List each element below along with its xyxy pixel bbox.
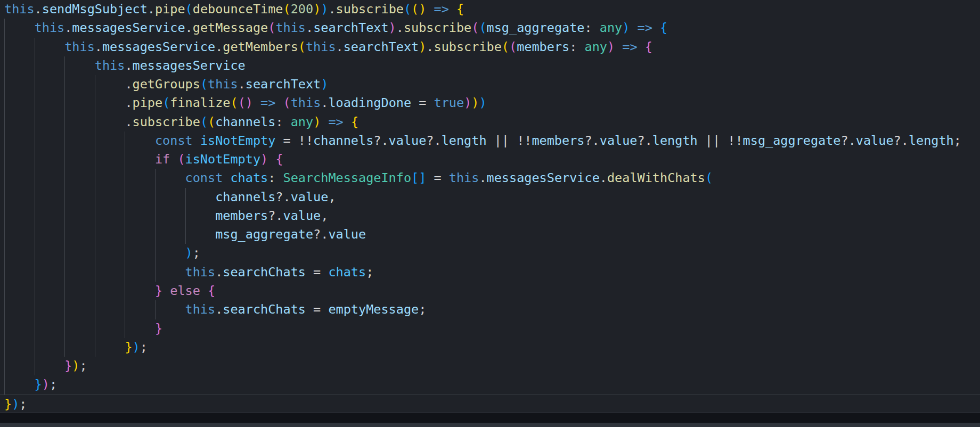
- code-token: =: [426, 170, 448, 185]
- code-indent: [4, 39, 64, 54]
- code-token: {: [456, 2, 464, 17]
- code-token: (: [200, 114, 208, 129]
- code-token: [193, 133, 200, 148]
- code-token: messagesService: [487, 170, 600, 185]
- code-token: (: [200, 77, 208, 92]
- code-token: searchChats: [223, 265, 306, 280]
- code-line[interactable]: this.messagesService.getMembers(this.sea…: [0, 38, 980, 56]
- code-line[interactable]: });: [0, 338, 980, 357]
- code-token: .: [215, 302, 223, 317]
- code-line[interactable]: .subscribe((channels: any) => {: [0, 113, 980, 132]
- code-token: SearchMessageInfo: [283, 170, 412, 185]
- code-token: subscribe: [133, 114, 200, 129]
- code-line[interactable]: .getGroups(this.searchText): [0, 75, 980, 94]
- code-token: .: [600, 170, 607, 185]
- code-line[interactable]: }: [0, 319, 980, 338]
- code-token: ?.: [638, 133, 652, 148]
- code-line[interactable]: msg_aggregate?.value: [0, 225, 980, 244]
- code-line[interactable]: this.searchChats = chats;: [0, 263, 980, 282]
- code-editor[interactable]: this.sendMsgSubject.pipe(debounceTime(20…: [0, 0, 980, 413]
- code-token: any: [600, 20, 622, 35]
- code-token: ): [313, 114, 321, 129]
- code-line[interactable]: this.messagesService: [0, 56, 980, 75]
- code-token: ?.: [584, 133, 599, 148]
- code-token: this: [208, 77, 238, 92]
- code-token: [630, 20, 637, 35]
- code-token: const: [185, 170, 223, 185]
- code-token: members: [532, 133, 584, 148]
- code-line[interactable]: const isNotEmpty = !!channels?.value?.le…: [0, 132, 980, 150]
- code-token: dealWithChats: [607, 170, 705, 185]
- code-token: length: [652, 133, 698, 148]
- horizontal-scrollbar[interactable]: [0, 423, 980, 427]
- code-line[interactable]: });: [0, 357, 980, 375]
- code-token: =>: [434, 2, 449, 17]
- code-token: :: [275, 114, 290, 129]
- code-token: value: [283, 208, 321, 223]
- code-token: chats: [230, 170, 268, 185]
- code-line[interactable]: );: [0, 244, 980, 262]
- code-line[interactable]: });: [0, 395, 980, 413]
- code-line[interactable]: });: [0, 375, 980, 394]
- code-line[interactable]: members?.value,: [0, 207, 980, 225]
- code-token: ): [260, 152, 268, 167]
- code-token: ?.: [894, 133, 909, 148]
- code-token: ,: [321, 208, 328, 223]
- code-token: (: [298, 39, 306, 54]
- code-token: (: [268, 20, 275, 35]
- code-token: .: [148, 2, 155, 17]
- code-text: } else {: [4, 283, 215, 298]
- code-line[interactable]: this.sendMsgSubject.pipe(debounceTime(20…: [0, 0, 980, 19]
- code-token: ||: [698, 133, 728, 148]
- code-token: ]: [419, 170, 426, 185]
- code-line[interactable]: this.messagesService.getMessage(this.sea…: [0, 19, 980, 37]
- code-token: ;: [140, 340, 148, 355]
- code-line[interactable]: this.searchChats = emptyMessage;: [0, 300, 980, 319]
- code-line[interactable]: } else {: [0, 282, 980, 300]
- code-token: ;: [80, 358, 87, 373]
- code-text: this.sendMsgSubject.pipe(debounceTime(20…: [4, 2, 464, 17]
- code-token: channels: [215, 114, 275, 129]
- code-token: (: [283, 2, 291, 17]
- code-token: .: [185, 20, 193, 35]
- code-token: ;: [19, 397, 27, 412]
- code-token: ||: [487, 133, 517, 148]
- code-token: this: [95, 58, 125, 73]
- code-line[interactable]: const chats: SearchMessageInfo[] = this.…: [0, 169, 980, 187]
- code-token: isNotEmpty: [185, 152, 260, 167]
- code-token: [638, 39, 645, 54]
- code-token: =: [306, 265, 328, 280]
- code-text: if (isNotEmpty) {: [4, 152, 283, 167]
- code-token: ): [72, 358, 79, 373]
- code-token: [162, 283, 170, 298]
- code-indent: [4, 321, 155, 336]
- code-token: (: [208, 114, 215, 129]
- code-line[interactable]: if (isNotEmpty) {: [0, 150, 980, 169]
- code-token: 200: [291, 2, 313, 17]
- code-token: ): [321, 77, 328, 92]
- code-token: }: [35, 377, 42, 392]
- code-indent: [4, 133, 155, 148]
- code-token: }: [4, 397, 12, 412]
- code-token: msg_aggregate: [215, 227, 313, 242]
- code-indent: [4, 227, 215, 242]
- code-token: value: [328, 227, 366, 242]
- code-token: msg_aggregate: [487, 20, 585, 35]
- code-line[interactable]: channels?.value,: [0, 188, 980, 207]
- code-token: =>: [328, 114, 343, 129]
- code-text: const chats: SearchMessageInfo[] = this.…: [4, 170, 713, 185]
- code-token: =: [411, 95, 434, 110]
- code-token: this: [64, 39, 95, 54]
- code-token: getMessage: [193, 20, 268, 35]
- code-token: channels: [313, 133, 373, 148]
- code-token: ): [607, 39, 615, 54]
- code-token: this: [185, 265, 216, 280]
- code-token: :: [585, 20, 600, 35]
- code-token: ): [471, 95, 479, 110]
- code-token: (: [238, 95, 246, 110]
- code-text: });: [4, 358, 87, 373]
- code-token: messagesService: [102, 39, 215, 54]
- code-text: msg_aggregate?.value: [4, 227, 366, 242]
- code-line[interactable]: .pipe(finalize(() => (this.loadingDone =…: [0, 94, 980, 112]
- code-token: =>: [638, 20, 652, 35]
